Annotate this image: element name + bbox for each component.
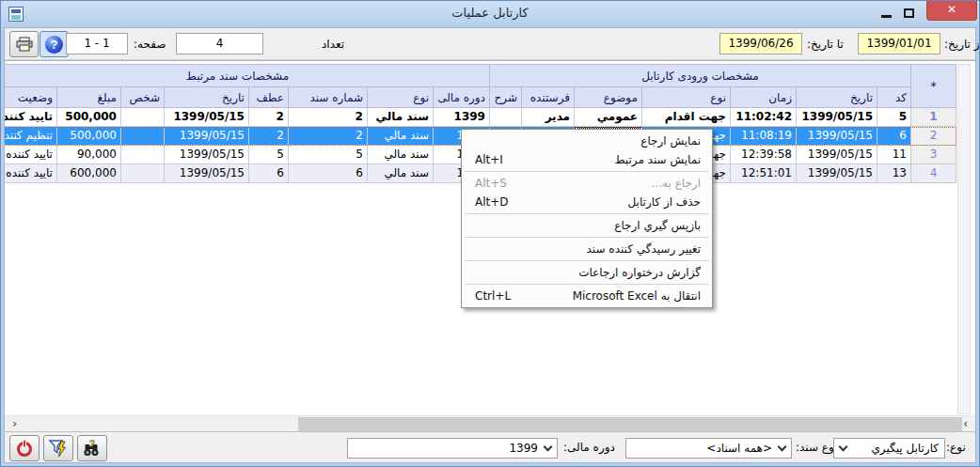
column-header[interactable]: زمان (731, 87, 797, 108)
column-header[interactable]: شرح (489, 87, 521, 108)
horizontal-scrollbar[interactable]: ‹ › (5, 415, 975, 431)
grid-cell[interactable]: 12:39:58 (731, 146, 797, 164)
to-date-input[interactable]: 1399/06/26 (719, 33, 802, 54)
menu-item[interactable]: نمایش ارجاع (462, 132, 712, 150)
grid-cell[interactable] (489, 108, 521, 127)
menu-item-label: نمایش سند مرتبط (614, 153, 701, 166)
table-row[interactable]: 151399/05/1511:02:42جهت اقدامعموميمدير13… (5, 108, 956, 127)
column-header[interactable]: شخص (120, 87, 164, 108)
cartable-type-select[interactable]: کارتابل پیگیري (833, 438, 945, 459)
row-number[interactable]: 3 (911, 146, 956, 164)
menu-item[interactable]: بازپس گیري ارجاع (462, 216, 712, 235)
grid-cell[interactable]: 6 (248, 164, 288, 183)
grid-cell[interactable]: 500,000 (56, 127, 120, 146)
grid-cell[interactable]: 1399/05/15 (797, 108, 877, 127)
count-field[interactable]: 4 (176, 33, 263, 54)
grid-cell[interactable]: 5 (288, 146, 367, 164)
grid-cell[interactable]: 6 (288, 164, 367, 183)
grid-cell[interactable]: 11 (877, 146, 911, 164)
grid-cell[interactable]: تایید کننده (5, 108, 56, 127)
grid-cell[interactable]: 11:02:42 (731, 108, 797, 127)
row-number[interactable]: 4 (911, 164, 956, 183)
column-header[interactable]: تاریخ (164, 87, 248, 108)
grid-cell[interactable]: تایید کننده (5, 164, 56, 183)
app-window: کارتابل عملیات ✕ ? 1 - 1 صفحه: 4 تعداد 1 (0, 0, 980, 467)
grid-cell[interactable]: عمومي (575, 108, 642, 127)
grid-cell[interactable]: 5 (877, 108, 911, 127)
grid-cell[interactable] (120, 127, 164, 146)
grid-cell[interactable]: 1399/05/15 (797, 164, 877, 183)
column-header[interactable]: کد (877, 87, 911, 108)
grid-cell[interactable] (120, 164, 164, 183)
column-header[interactable]: فرستنده (522, 87, 575, 108)
help-button[interactable]: ? (40, 31, 69, 57)
column-header[interactable]: دوره مالی (433, 87, 489, 108)
page-label: صفحه: (134, 38, 166, 51)
grid-cell[interactable]: 2 (288, 108, 367, 127)
column-header[interactable]: مبلغ (56, 87, 120, 108)
grid-cell[interactable]: تنظیم کننده (5, 127, 56, 146)
minimize-button[interactable] (877, 6, 894, 21)
row-number[interactable]: 1 (911, 108, 956, 127)
menu-item[interactable]: انتقال به Microsoft ExcelCtrl+L (462, 287, 712, 305)
top-toolbar: ? 1 - 1 صفحه: 4 تعداد 1399/06/26 تا تاری… (5, 28, 975, 60)
filter-button[interactable] (43, 435, 73, 461)
menu-item-label: انتقال به Microsoft Excel (573, 289, 701, 303)
column-header[interactable]: وضعیت (5, 87, 56, 108)
column-header[interactable]: عطف (248, 87, 288, 108)
grid-cell[interactable]: 12:51:01 (731, 164, 797, 183)
grid-cell[interactable]: 1399/05/15 (164, 164, 248, 183)
menu-item[interactable]: نمایش سند مرتبطAlt+I (462, 150, 712, 169)
page-range-field[interactable]: 1 - 1 (66, 33, 128, 54)
menu-item[interactable]: تغییر رسیدگي کننده سند (462, 240, 712, 258)
column-header[interactable]: تاریخ (797, 87, 877, 108)
grid-cell[interactable] (120, 146, 164, 164)
grid-cell[interactable]: 6 (877, 127, 911, 146)
grid-cell[interactable]: جهت اقدام (642, 108, 731, 127)
grid-cell[interactable]: 1399/05/15 (164, 146, 248, 164)
grid-cell[interactable]: 5 (248, 146, 288, 164)
grid-cell[interactable]: 600,000 (56, 164, 120, 183)
from-date-input[interactable]: 1399/01/01 (858, 33, 940, 54)
grid-cell[interactable]: 2 (248, 108, 288, 127)
print-button[interactable] (9, 31, 39, 57)
grid-cell[interactable]: سند مالي (367, 108, 433, 127)
grid-cell[interactable]: 1399/05/15 (164, 108, 248, 127)
menu-item[interactable]: حذف از کارتابلAlt+D (462, 193, 712, 211)
grid-cell[interactable]: سند مالي (367, 127, 433, 146)
exit-button[interactable] (9, 435, 40, 461)
scroll-left-arrow[interactable]: ‹ (7, 416, 23, 432)
grid-cell[interactable]: 11:08:19 (731, 127, 797, 146)
fiscal-period-select[interactable]: 1399 (347, 438, 558, 459)
scrollbar-thumb[interactable] (298, 417, 962, 431)
column-header[interactable]: شماره سند (288, 87, 367, 108)
search-button[interactable]: ? (77, 435, 107, 461)
grid-cell[interactable]: 2 (288, 127, 367, 146)
column-header[interactable]: نوع (367, 87, 433, 108)
grid-cell[interactable] (120, 108, 164, 127)
grid-cell[interactable]: 1399 (433, 108, 489, 127)
binoculars-search-icon: ? (83, 440, 102, 458)
grid-cell[interactable]: 13 (877, 164, 911, 183)
grid-cell[interactable]: 500,000 (56, 108, 120, 127)
grid-cell[interactable]: 1399/05/15 (797, 146, 877, 164)
corner-header[interactable]: * (911, 65, 956, 108)
column-header[interactable]: موضوع (575, 87, 642, 108)
grid-cell[interactable]: تایید کننده (5, 146, 56, 164)
grid-cell[interactable]: 90,000 (56, 146, 120, 164)
row-number[interactable]: 2 (911, 127, 956, 146)
grid-cell[interactable]: سند مالي (367, 164, 433, 183)
grid-cell[interactable]: 2 (248, 127, 288, 146)
scroll-right-arrow[interactable]: › (957, 416, 973, 432)
menu-item[interactable]: گزارش درختواره ارجاعات (462, 263, 712, 282)
grid-cell[interactable]: مدير (522, 108, 575, 127)
close-button[interactable]: ✕ (926, 1, 977, 21)
column-header[interactable]: نوع (642, 87, 731, 108)
grid-cell[interactable]: 1399/05/15 (164, 127, 248, 146)
grid-cell[interactable]: 1399/05/15 (797, 127, 877, 146)
vertical-scrollbar[interactable] (957, 64, 971, 414)
grid-cell[interactable]: سند مالي (367, 146, 433, 164)
maximize-button[interactable] (900, 6, 917, 21)
menu-item[interactable]: ارجاع به...Alt+S (462, 174, 712, 193)
document-type-select[interactable]: <همه اسناد> (625, 438, 792, 459)
